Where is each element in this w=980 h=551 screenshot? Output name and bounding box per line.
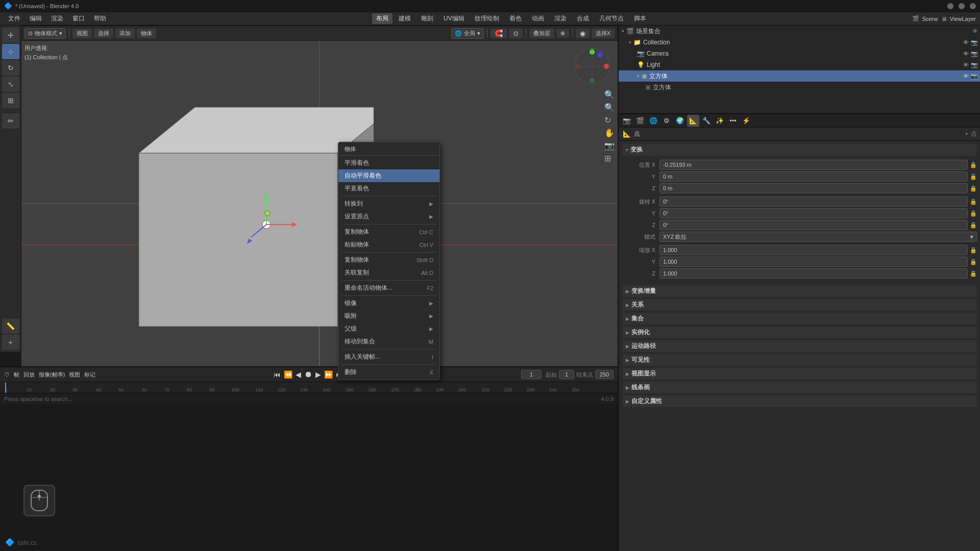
menu-item-file[interactable]: 文件 — [4, 13, 24, 24]
tool-move[interactable]: ⊹ — [2, 44, 19, 59]
location-x[interactable]: -0.25193 m — [659, 160, 968, 170]
main-viewport[interactable]: 用户透视 (1) Collection | 点 X Y Z 🔍 🔍 ↻ ✋ 📷 … — [21, 41, 618, 366]
frame-cursor[interactable] — [5, 382, 6, 393]
menu-item-edit[interactable]: 编辑 — [26, 13, 46, 24]
tab-geometry[interactable]: 几何节点 — [595, 13, 628, 24]
tool-scale[interactable]: ⤡ — [2, 77, 19, 92]
grid-btn[interactable]: ⊞ — [604, 154, 615, 163]
tool-transform[interactable]: ⊞ — [2, 93, 19, 108]
minimize-btn[interactable] — [947, 3, 953, 9]
cube-eye[interactable]: 👁 — [963, 73, 969, 79]
context-item-keyframe[interactable]: 插入关键帧... I — [338, 350, 439, 363]
context-item-parent[interactable]: 父级 ▶ — [338, 322, 439, 335]
location-y[interactable]: 0 m — [659, 171, 968, 182]
context-item-paste[interactable]: 粘贴物体 Ctrl V — [338, 238, 439, 251]
prop-tab-view[interactable]: 🌐 — [647, 115, 659, 127]
timeline-menu-view[interactable]: 视图 — [69, 371, 80, 379]
outliner-item-cube[interactable]: ▾ ▣ 立方体 👁 📷 — [619, 70, 980, 82]
camera-btn[interactable]: 📷 — [604, 141, 615, 151]
prev-frame-btn[interactable]: ⏪ — [284, 370, 292, 379]
transform-section-header[interactable]: ▾ 变换 — [623, 144, 977, 156]
lock-y[interactable]: 🔒 — [970, 173, 977, 180]
next-frame-btn[interactable]: ⏩ — [324, 370, 333, 379]
timeline-menu-playback[interactable]: 回放 — [23, 371, 35, 379]
delta-transform-header[interactable]: ▶ 变换增量 — [623, 285, 977, 297]
instancing-header[interactable]: ▶ 实例化 — [623, 327, 977, 338]
light-eye[interactable]: 👁 — [963, 62, 969, 68]
context-item-linked-dup[interactable]: 关联复制 Alt D — [338, 266, 439, 279]
scale-lock-z[interactable]: 🔒 — [970, 270, 977, 277]
pan-btn[interactable]: ✋ — [604, 128, 615, 138]
rotation-mode-select[interactable]: XYZ 欧拉 ▾ — [659, 232, 977, 242]
mode-select[interactable]: ⊙ 物体模式 ▾ — [24, 28, 66, 39]
outliner-item-collection[interactable]: ▾ 📁 Collection 👁 📷 — [619, 37, 980, 48]
context-item-copy[interactable]: 复制物体 Ctrl C — [338, 226, 439, 238]
prop-tab-modifiers[interactable]: 🔧 — [700, 115, 713, 127]
prev-keyframe-btn[interactable]: ◀ — [296, 370, 301, 379]
outliner-item-light[interactable]: 💡 Light 👁 📷 — [619, 59, 980, 70]
scale-x[interactable]: 1.000 — [659, 245, 968, 255]
scale-lock-x[interactable]: 🔒 — [970, 247, 977, 254]
motion-paths-header[interactable]: ▶ 运动路径 — [623, 340, 977, 352]
select-right[interactable]: 选择X — [592, 29, 615, 38]
context-item-convert[interactable]: 转换到 ▶ — [338, 197, 439, 210]
orbit-btn[interactable]: ↻ — [604, 115, 615, 125]
context-item-delete[interactable]: 删除 X — [338, 366, 439, 379]
rotation-z[interactable]: 0° — [659, 220, 968, 230]
rot-lock-z[interactable]: 🔒 — [970, 222, 977, 229]
end-frame-input[interactable]: 250 — [595, 370, 614, 379]
context-item-auto-smooth[interactable]: 自动平滑着色 — [338, 169, 439, 182]
location-z[interactable]: 0 m — [659, 183, 968, 193]
zoom-in-btn[interactable]: 🔍 — [604, 90, 615, 99]
menu-item-render[interactable]: 渲染 — [47, 13, 67, 24]
start-frame-input[interactable]: 1 — [559, 370, 574, 379]
menu-item-help[interactable]: 帮助 — [90, 13, 110, 24]
scene-collection-eye[interactable]: 👁 — [972, 28, 978, 34]
tab-layout[interactable]: 布局 — [372, 13, 393, 24]
camera-render[interactable]: 📷 — [971, 51, 978, 57]
view-menu[interactable]: 视图 — [72, 29, 92, 38]
tab-sculpt[interactable]: 雕刻 — [417, 13, 437, 24]
transform-gizmo[interactable] — [236, 194, 297, 255]
prop-tab-world[interactable]: 🌍 — [674, 115, 686, 127]
play-btn[interactable]: ⏺ — [304, 370, 312, 379]
tab-scripting[interactable]: 脚本 — [630, 13, 650, 24]
context-item-smooth[interactable]: 平滑着色 — [338, 157, 439, 169]
global-select[interactable]: 🌐 全局 ▾ — [451, 28, 484, 39]
object-menu[interactable]: 物体 — [137, 29, 156, 38]
scale-z[interactable]: 1.000 — [659, 268, 968, 279]
outliner-item-cube-data[interactable]: ▣ 立方体 — [619, 82, 980, 93]
timeline-menu-frame[interactable]: 帧 — [14, 371, 19, 379]
cube-render[interactable]: 📷 — [971, 73, 978, 80]
tool-measure[interactable]: 📏 — [2, 318, 19, 334]
relations-header[interactable]: ▶ 关系 — [623, 299, 977, 311]
context-item-move-collection[interactable]: 移动到集合 M — [338, 335, 439, 348]
zoom-out-btn[interactable]: 🔍 — [604, 103, 615, 112]
collection-render[interactable]: 📷 — [971, 39, 978, 46]
line-art-header[interactable]: ▶ 线条画 — [623, 382, 977, 393]
tool-annotate[interactable]: ✏ — [2, 113, 19, 129]
context-item-rename[interactable]: 重命名活动物体... F2 — [338, 282, 439, 294]
prop-tab-particles[interactable]: ••• — [727, 115, 739, 127]
navigation-gizmo[interactable]: X Y Z — [572, 46, 612, 87]
context-item-mirror[interactable]: 镜像 ▶ — [338, 297, 439, 310]
current-frame-input[interactable]: 1 — [521, 370, 542, 379]
outliner-item-camera[interactable]: 📷 Camera 👁 📷 — [619, 48, 980, 59]
timeline-menu-fps[interactable]: 报像(帧率) — [39, 371, 65, 379]
scale-lock-y[interactable]: 🔒 — [970, 259, 977, 265]
tool-rotate[interactable]: ↻ — [2, 60, 19, 76]
context-item-origin[interactable]: 设置原点 ▶ — [338, 210, 439, 223]
prop-tab-render[interactable]: 📷 — [621, 115, 633, 127]
light-render[interactable]: 📷 — [971, 62, 978, 68]
close-btn[interactable] — [970, 3, 976, 9]
rot-lock-x[interactable]: 🔒 — [970, 198, 977, 205]
jump-start-btn[interactable]: ⏮ — [274, 370, 281, 379]
maximize-btn[interactable] — [959, 3, 965, 9]
tab-composite[interactable]: 合成 — [573, 13, 593, 24]
context-item-duplicate[interactable]: 复制物体 Shift D — [338, 254, 439, 266]
collections-header[interactable]: ▶ 集合 — [623, 313, 977, 324]
tab-anim[interactable]: 动画 — [528, 13, 548, 24]
lock-z[interactable]: 🔒 — [970, 185, 977, 192]
scale-y[interactable]: 1.000 — [659, 257, 968, 267]
select-menu[interactable]: 选择 — [94, 29, 113, 38]
